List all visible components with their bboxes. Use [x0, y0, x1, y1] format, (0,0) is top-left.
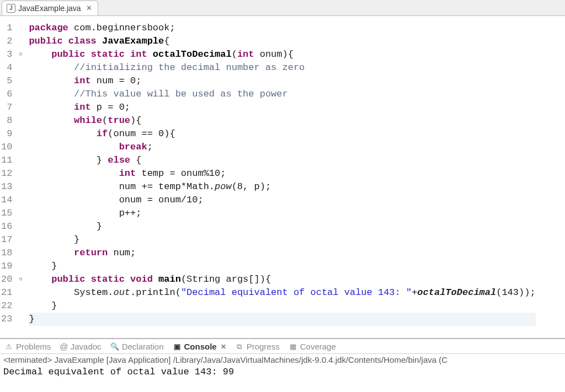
code-line[interactable]: p++; — [29, 207, 535, 220]
line-number: 22 — [1, 299, 12, 313]
line-number: 17 — [1, 233, 12, 246]
fold-marker — [17, 233, 24, 246]
fold-marker — [17, 22, 24, 35]
code-line[interactable]: onum = onum/10; — [29, 194, 535, 207]
line-number: 2 — [1, 35, 12, 48]
line-number: 8 — [1, 114, 12, 127]
tab-label: Problems — [16, 342, 51, 351]
fold-column[interactable]: ⊖⊖ — [17, 16, 24, 338]
code-line[interactable]: } — [29, 299, 535, 313]
progress-icon: ⧉ — [235, 342, 244, 351]
code-line[interactable]: num += temp*Math.pow(8, p); — [29, 180, 535, 194]
fold-marker — [17, 246, 24, 260]
code-line[interactable]: } — [29, 220, 535, 233]
editor-tab[interactable]: J JavaExample.java ✕ — [2, 1, 98, 15]
view-tab-bar: ⚠ Problems @ Javadoc 🔍 Declaration ▣ Con… — [0, 339, 565, 354]
code-line[interactable]: //This value will be used as the power — [29, 88, 535, 101]
fold-marker — [17, 313, 24, 326]
fold-marker — [17, 74, 24, 88]
tab-javadoc[interactable]: @ Javadoc — [60, 342, 101, 351]
line-number: 5 — [1, 74, 12, 88]
fold-marker — [17, 207, 24, 220]
fold-marker — [17, 127, 24, 141]
fold-marker — [17, 101, 24, 114]
fold-marker — [17, 35, 24, 48]
line-number: 16 — [1, 220, 12, 233]
line-number: 14 — [1, 194, 12, 207]
code-line[interactable]: public static int octalToDecimal(int onu… — [29, 48, 535, 61]
line-number: 7 — [1, 101, 12, 114]
fold-marker — [17, 194, 24, 207]
fold-marker — [17, 299, 24, 313]
line-number: 1 — [1, 22, 12, 35]
fold-marker — [17, 220, 24, 233]
line-number: 23 — [1, 313, 12, 326]
close-icon[interactable]: ✕ — [86, 4, 92, 12]
code-line[interactable]: public class JavaExample{ — [29, 35, 535, 48]
code-line[interactable]: if(onum == 0){ — [29, 127, 535, 141]
editor-tab-label: JavaExample.java — [18, 4, 81, 13]
fold-marker — [17, 61, 24, 74]
fold-marker — [17, 180, 24, 194]
tab-label: Declaration — [122, 342, 164, 351]
tab-label: @ Javadoc — [60, 342, 101, 351]
coverage-icon: ▦ — [289, 342, 297, 351]
code-line[interactable]: public static void main(String args[]){ — [29, 273, 535, 286]
code-content[interactable]: package com.beginnersbook;public class J… — [24, 16, 535, 338]
tab-label: Console — [184, 342, 217, 351]
code-line[interactable]: } — [29, 233, 535, 246]
line-number: 13 — [1, 180, 12, 194]
java-file-icon: J — [7, 4, 15, 13]
code-line[interactable]: break; — [29, 141, 535, 154]
problems-icon: ⚠ — [4, 342, 13, 351]
line-number: 12 — [1, 167, 12, 180]
code-line[interactable]: } else { — [29, 154, 535, 167]
fold-marker — [17, 154, 24, 167]
tab-declaration[interactable]: 🔍 Declaration — [110, 342, 164, 351]
fold-marker — [17, 286, 24, 299]
console-output: Decimal equivalent of octal value 143: 9… — [0, 366, 565, 378]
fold-marker — [17, 260, 24, 273]
bottom-panel: ⚠ Problems @ Javadoc 🔍 Declaration ▣ Con… — [0, 338, 565, 378]
console-header: <terminated> JavaExample [Java Applicati… — [0, 354, 565, 366]
line-number: 15 — [1, 207, 12, 220]
code-line[interactable]: int p = 0; — [29, 101, 535, 114]
line-number: 4 — [1, 61, 12, 74]
line-number: 3 — [1, 48, 12, 61]
tab-problems[interactable]: ⚠ Problems — [4, 342, 51, 351]
fold-marker — [17, 141, 24, 154]
fold-marker[interactable]: ⊖ — [17, 48, 24, 61]
fold-marker[interactable]: ⊖ — [17, 273, 24, 286]
line-number: 19 — [1, 260, 12, 273]
fold-marker — [17, 167, 24, 180]
tab-progress[interactable]: ⧉ Progress — [235, 342, 280, 351]
tab-coverage[interactable]: ▦ Coverage — [289, 342, 336, 351]
code-line[interactable]: package com.beginnersbook; — [29, 22, 535, 35]
tab-console[interactable]: ▣ Console ✕ — [173, 342, 226, 351]
declaration-icon: 🔍 — [110, 342, 119, 351]
line-number: 18 — [1, 246, 12, 260]
line-number: 21 — [1, 286, 12, 299]
line-number: 10 — [1, 141, 12, 154]
close-icon[interactable]: ✕ — [221, 343, 226, 351]
code-line[interactable]: while(true){ — [29, 114, 535, 127]
tab-label: Progress — [247, 342, 280, 351]
fold-marker — [17, 88, 24, 101]
line-number: 6 — [1, 88, 12, 101]
fold-marker — [17, 114, 24, 127]
code-line[interactable]: //initializing the decimal number as zer… — [29, 61, 535, 74]
code-line[interactable]: } — [29, 260, 535, 273]
code-line[interactable]: int num = 0; — [29, 74, 535, 88]
editor-tab-bar: J JavaExample.java ✕ — [0, 0, 565, 16]
line-number-gutter: 1234567891011121314151617181920212223 — [0, 16, 17, 338]
line-number: 20 — [1, 273, 12, 286]
tab-label: Coverage — [300, 342, 336, 351]
code-line[interactable]: int temp = onum%10; — [29, 167, 535, 180]
line-number: 11 — [1, 154, 12, 167]
code-line[interactable]: } — [29, 313, 535, 326]
code-line[interactable]: System.out.println("Decimal equivalent o… — [29, 286, 535, 299]
line-number: 9 — [1, 127, 12, 141]
code-editor[interactable]: 1234567891011121314151617181920212223 ⊖⊖… — [0, 16, 565, 338]
console-icon: ▣ — [173, 342, 182, 351]
code-line[interactable]: return num; — [29, 246, 535, 260]
